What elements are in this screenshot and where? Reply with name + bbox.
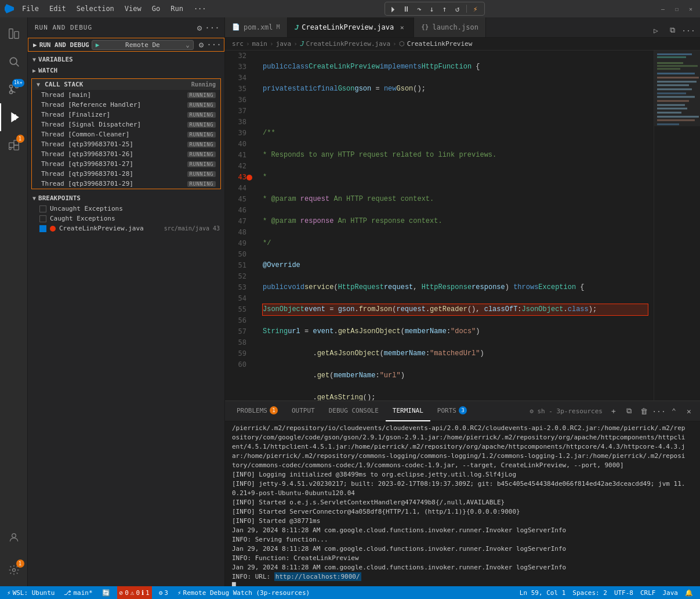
status-encoding[interactable]: UTF-8	[612, 586, 636, 599]
debug-pause-btn[interactable]: ⏸	[401, 3, 412, 14]
breadcrumb-file[interactable]: CreateLinkPreview.java	[306, 40, 390, 48]
ln-50: 50	[225, 249, 251, 260]
status-branch[interactable]: ⎇ main*	[61, 586, 95, 599]
split-editor-btn[interactable]: ⧉	[665, 23, 679, 37]
breadcrumb-sep-1: ›	[246, 40, 250, 48]
status-spaces[interactable]: Spaces: 2	[570, 586, 610, 599]
uncaught-exceptions-checkbox[interactable]	[39, 205, 46, 212]
add-terminal-btn[interactable]: +	[607, 405, 620, 417]
thread-qtp28[interactable]: Thread [qtp399683701-28] RUNNING	[32, 169, 220, 179]
kill-terminal-btn[interactable]: 🗑	[637, 405, 650, 417]
thread-qtp27-status: RUNNING	[187, 161, 216, 167]
thread-main[interactable]: Thread [main] RUNNING	[32, 90, 220, 100]
thread-cleaner[interactable]: Thread [Common-Cleaner] RUNNING	[32, 129, 220, 139]
breadcrumb-src[interactable]: src	[232, 40, 244, 48]
activity-extensions[interactable]: 1	[0, 131, 28, 159]
breadcrumb-java[interactable]: java	[276, 40, 292, 48]
tab-pom-xml[interactable]: 📄 pom.xml M	[225, 17, 288, 37]
debug-step-out-btn[interactable]: ↑	[440, 3, 450, 14]
activity-manage[interactable]: 1	[0, 556, 28, 584]
sidebar-more-icon[interactable]: ···	[207, 23, 217, 33]
call-stack-header[interactable]: ▼ CALL STACK Running	[32, 79, 220, 90]
activity-source-control[interactable]: 1k+	[0, 75, 28, 103]
close-panel-btn[interactable]: ✕	[683, 405, 695, 417]
menu-go[interactable]: Go	[147, 3, 165, 14]
run-file-btn[interactable]: ▷	[649, 23, 663, 37]
panel-tab-output[interactable]: OUTPUT	[285, 401, 322, 421]
tab-create-link-preview[interactable]: J CreateLinkPreview.java ✕	[288, 17, 415, 37]
variables-label: VARIABLES	[38, 56, 73, 63]
caught-exceptions-checkbox[interactable]	[39, 215, 46, 222]
debug-step-over-btn[interactable]: ↷	[414, 3, 425, 14]
activity-account[interactable]	[0, 524, 28, 551]
debug-restart-btn[interactable]: ↺	[452, 3, 463, 14]
status-remote[interactable]: ⚡ WSL: Ubuntu	[5, 586, 57, 599]
thread-main-label: Thread [main]	[41, 91, 91, 99]
activity-explorer[interactable]	[0, 20, 28, 48]
split-terminal-btn[interactable]: ⧉	[622, 405, 635, 417]
tab-launch-json[interactable]: {} launch.json	[414, 17, 486, 37]
status-sync[interactable]: 🔄	[100, 586, 113, 599]
panel-tab-debug-console[interactable]: DEBUG CONSOLE	[322, 401, 386, 421]
menu-edit[interactable]: Edit	[45, 3, 71, 14]
thread-qtp29[interactable]: Thread [qtp399683701-29] RUNNING	[32, 179, 220, 189]
close-button[interactable]: ✕	[686, 4, 695, 13]
thread-qtp25[interactable]: Thread [qtp399683701-25] RUNNING	[32, 139, 220, 149]
menu-more[interactable]: ···	[189, 3, 211, 14]
call-stack-list: Thread [main] RUNNING Thread [Reference …	[32, 90, 220, 189]
debug-continue-btn[interactable]: ⏵	[389, 3, 399, 14]
activity-search[interactable]	[0, 48, 28, 75]
panel-tab-ports[interactable]: PORTS 3	[430, 401, 474, 421]
ln-34: 34	[225, 73, 251, 84]
status-language[interactable]: Java	[661, 586, 681, 599]
status-position[interactable]: Ln 59, Col 1	[517, 586, 568, 599]
tab-close-icon[interactable]: ✕	[397, 23, 407, 32]
thread-qtp27[interactable]: Thread [qtp399683701-27] RUNNING	[32, 159, 220, 169]
debug-step-into-btn[interactable]: ↓	[427, 3, 437, 14]
maximize-panel-btn[interactable]: ⌃	[668, 405, 680, 417]
run-config-more-icon[interactable]: ···	[209, 39, 219, 50]
run-config-gear-icon[interactable]: ⚙	[196, 39, 206, 50]
variables-header[interactable]: ▼ VARIABLES	[28, 54, 224, 65]
error-icon: ⊘	[119, 589, 124, 597]
status-tasks-label: 3	[164, 589, 168, 597]
debug-stop-btn[interactable]: ⚡	[470, 3, 481, 14]
status-notifications[interactable]: 🔔	[683, 586, 695, 599]
panel-more-btn[interactable]: ···	[652, 405, 665, 417]
run-config-selector[interactable]: ▶ Remote De ⌄	[92, 40, 194, 50]
thread-ref-status: RUNNING	[187, 102, 216, 108]
svg-marker-7	[12, 113, 19, 122]
status-eol[interactable]: CRLF	[638, 586, 658, 599]
watch-header[interactable]: ▶ WATCH	[28, 65, 224, 76]
terminal-line-12: Jan 29, 2024 8:11:28 AM com.google.cloud…	[232, 526, 693, 535]
create-link-preview-checkbox[interactable]	[39, 225, 46, 232]
thread-signal-status: RUNNING	[187, 122, 216, 128]
menu-selection[interactable]: Selection	[72, 3, 119, 14]
code-content[interactable]: public class CreateLinkPreview implement…	[257, 50, 654, 400]
maximize-button[interactable]: ☐	[672, 4, 681, 13]
tabs-more-btn[interactable]: ···	[681, 23, 695, 37]
thread-qtp26[interactable]: Thread [qtp399683701-26] RUNNING	[32, 149, 220, 159]
terminal-content[interactable]: /pierrick/.m2/repository/io/cloudevents/…	[225, 421, 700, 586]
panel-tab-problems[interactable]: PROBLEMS 1	[230, 401, 285, 421]
breadcrumb-main[interactable]: main	[252, 40, 268, 48]
ln-35: 35	[225, 84, 251, 95]
thread-ref-handler[interactable]: Thread [Reference Handler] RUNNING	[32, 100, 220, 110]
code-line-37: *	[263, 172, 648, 183]
menu-run[interactable]: Run	[166, 3, 188, 14]
menu-file[interactable]: File	[17, 3, 43, 14]
status-errors[interactable]: ⊘ 0 ⚠ 0 ℹ 1	[117, 586, 152, 599]
breadcrumb-class[interactable]: CreateLinkPreview	[407, 40, 473, 48]
code-line-33: private static final Gson gson = new Gso…	[263, 84, 648, 95]
status-debug-watch[interactable]: ⚡ Remote Debug Watch (3p-resources)	[175, 586, 312, 599]
status-tasks[interactable]: ⚙ 3	[157, 586, 171, 599]
thread-signal[interactable]: Thread [Signal Dispatcher] RUNNING	[32, 120, 220, 129]
thread-finalizer[interactable]: Thread [Finalizer] RUNNING	[32, 110, 220, 120]
menu-view[interactable]: View	[120, 3, 146, 14]
minimize-button[interactable]: —	[658, 4, 668, 13]
activity-run-debug[interactable]	[0, 103, 28, 131]
panel-tab-terminal[interactable]: TERMINAL	[386, 401, 430, 421]
breakpoints-header[interactable]: ▼ BREAKPOINTS	[28, 193, 224, 204]
sidebar-settings-icon[interactable]: ⚙	[194, 23, 205, 33]
breakpoints-section: ▼ BREAKPOINTS Uncaught Exceptions Caught…	[28, 193, 224, 233]
